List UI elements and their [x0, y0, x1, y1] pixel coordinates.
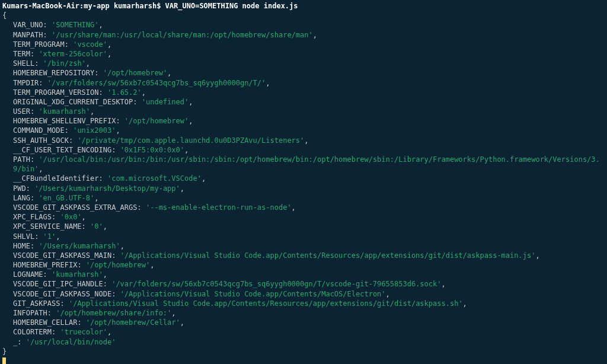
env-value: '/bin/zsh' — [43, 59, 86, 68]
env-entry: VAR_UNO: 'SOMETHING', — [2, 20, 605, 30]
env-entry: PATH: '/usr/local/bin:/usr/bin:/bin:/usr… — [2, 155, 605, 174]
env-value: '/Users/kumarharsh' — [39, 242, 120, 250]
env-key: __CF_USER_TEXT_ENCODING — [13, 146, 111, 154]
env-value: 'undefined' — [142, 98, 189, 106]
env-key: TERM_PROGRAM — [13, 40, 65, 49]
env-key: COMMAND_MODE — [13, 126, 65, 135]
env-entry: MANPATH: '/usr/share/man:/usr/local/shar… — [2, 30, 605, 40]
env-value: '/opt/homebrew' — [103, 69, 167, 77]
env-key: VSCODE_GIT_IPC_HANDLE — [13, 280, 103, 288]
env-value: '/var/folders/sw/56xb7c0543qcg7bs_sq6yyg… — [47, 79, 266, 87]
prompt-user: kumarharsh — [114, 2, 156, 10]
env-key: HOMEBREW_CELLAR — [13, 318, 77, 327]
env-key: VSCODE_GIT_ASKPASS_EXTRA_ARGS — [13, 203, 138, 212]
prompt-folder: my-app — [84, 2, 109, 10]
env-value: '/opt/homebrew' — [124, 117, 189, 125]
env-value: 'truecolor' — [60, 328, 107, 336]
env-key: SSH_AUTH_SOCK — [13, 136, 69, 145]
env-key: HOMEBREW_PREFIX — [13, 261, 77, 269]
env-entry: LANG: 'en_GB.UTF-8', — [2, 193, 605, 203]
env-value: '0x0' — [60, 213, 81, 221]
env-key: TMPDIR — [13, 79, 39, 87]
env-key: TERM — [13, 50, 30, 58]
env-value: 'xterm-256color' — [39, 50, 107, 58]
env-entry: VSCODE_GIT_ASKPASS_NODE: '/Applications/… — [2, 289, 605, 299]
env-value: '/private/tmp/com.apple.launchd.0u0D3PZA… — [77, 136, 304, 145]
prompt-host: Kumars-MacBook-Air — [2, 2, 79, 10]
env-value: 'SOMETHING' — [52, 21, 98, 29]
env-key: XPC_SERVICE_NAME — [13, 222, 82, 231]
env-key: COLORTERM — [13, 328, 52, 336]
env-value: '/usr/local/bin/node' — [26, 338, 116, 346]
env-key: HOMEBREW_REPOSITORY — [13, 69, 94, 77]
open-brace: { — [2, 11, 605, 20]
env-key: SHLVL — [13, 232, 34, 241]
env-value: '/var/folders/sw/56xb7c0543qcg7bs_sq6yyg… — [111, 280, 441, 288]
prompt-line: Kumars-MacBook-Air:my-app kumarharsh$ VA… — [2, 1, 605, 11]
env-entry: _: '/usr/local/bin/node' — [2, 337, 605, 347]
env-entry: VSCODE_GIT_IPC_HANDLE: '/var/folders/sw/… — [2, 279, 605, 289]
env-entry: __CFBundleIdentifier: 'com.microsoft.VSC… — [2, 174, 605, 183]
env-value: '/Users/kumarharsh/Desktop/my-app' — [34, 184, 180, 193]
terminal-output[interactable]: Kumars-MacBook-Air:my-app kumarharsh$ VA… — [2, 1, 605, 364]
env-key: PATH — [13, 155, 30, 164]
env-value: '/Applications/Visual Studio Code.app/Co… — [120, 290, 386, 298]
env-entries: VAR_UNO: 'SOMETHING',MANPATH: '/usr/shar… — [2, 20, 605, 346]
env-entry: TERM_PROGRAM: 'vscode', — [2, 40, 605, 49]
env-key: HOMEBREW_SHELLENV_PREFIX — [13, 117, 116, 125]
env-value: '/usr/local/bin:/usr/bin:/bin:/usr/sbin:… — [13, 155, 600, 173]
env-entry: SHLVL: '1', — [2, 232, 605, 241]
env-value: '--ms-enable-electron-run-as-node' — [146, 203, 292, 212]
env-value: '/Applications/Visual Studio Code.app/Co… — [69, 299, 463, 308]
env-entry: HOMEBREW_PREFIX: '/opt/homebrew', — [2, 260, 605, 270]
env-value: 'kumarharsh' — [52, 270, 103, 279]
env-entry: TERM_PROGRAM_VERSION: '1.65.2', — [2, 88, 605, 97]
env-value: '/usr/share/man:/usr/local/share/man:/op… — [52, 31, 313, 39]
env-key: LOGNAME — [13, 270, 43, 279]
env-entry: PWD: '/Users/kumarharsh/Desktop/my-app', — [2, 184, 605, 193]
env-key: MANPATH — [13, 31, 43, 39]
env-entry: XPC_FLAGS: '0x0', — [2, 212, 605, 222]
env-key: USER — [13, 107, 30, 116]
env-key: PWD — [13, 184, 26, 193]
env-entry: LOGNAME: 'kumarharsh', — [2, 270, 605, 279]
env-key: XPC_FLAGS — [13, 213, 52, 221]
env-entry: SHELL: '/bin/zsh', — [2, 59, 605, 68]
env-key: VSCODE_GIT_ASKPASS_NODE — [13, 290, 111, 298]
env-key: VAR_UNO — [13, 21, 43, 29]
env-key: VSCODE_GIT_ASKPASS_MAIN — [13, 251, 111, 260]
env-value: '/opt/homebrew' — [86, 261, 150, 269]
env-entry: TERM: 'xterm-256color', — [2, 49, 605, 59]
env-entry: COMMAND_MODE: 'unix2003', — [2, 126, 605, 135]
env-entry: COLORTERM: 'truecolor', — [2, 327, 605, 337]
env-entry: __CF_USER_TEXT_ENCODING: '0x1F5:0x0:0x0'… — [2, 145, 605, 155]
env-entry: HOMEBREW_CELLAR: '/opt/homebrew/Cellar', — [2, 318, 605, 327]
env-entry: INFOPATH: '/opt/homebrew/share/info:', — [2, 308, 605, 318]
env-value: 'kumarharsh' — [39, 107, 90, 116]
env-value: 'com.microsoft.VSCode' — [107, 174, 202, 183]
env-value: '/Applications/Visual Studio Code.app/Co… — [120, 251, 536, 260]
env-entry: TMPDIR: '/var/folders/sw/56xb7c0543qcg7b… — [2, 78, 605, 88]
env-key: INFOPATH — [13, 309, 47, 317]
env-key: ORIGINAL_XDG_CURRENT_DESKTOP — [13, 98, 133, 106]
env-key: GIT_ASKPASS — [13, 299, 60, 308]
env-value: '/opt/homebrew/Cellar' — [86, 318, 180, 327]
env-value: '1' — [43, 232, 56, 241]
env-key: SHELL — [13, 59, 34, 68]
cursor-line — [2, 356, 605, 364]
env-entry: SSH_AUTH_SOCK: '/private/tmp/com.apple.l… — [2, 136, 605, 145]
cursor-icon — [2, 357, 6, 364]
env-key: TERM_PROGRAM_VERSION — [13, 88, 99, 97]
env-value: '0' — [90, 222, 103, 231]
env-entry: USER: 'kumarharsh', — [2, 107, 605, 116]
close-brace: } — [2, 347, 605, 356]
env-entry: GIT_ASKPASS: '/Applications/Visual Studi… — [2, 299, 605, 308]
env-value: '0x1F5:0x0:0x0' — [120, 146, 184, 154]
env-value: '1.65.2' — [107, 88, 142, 97]
env-key: __CFBundleIdentifier — [13, 174, 99, 183]
env-entry: HOME: '/Users/kumarharsh', — [2, 241, 605, 251]
command-text: VAR_UNO=SOMETHING node index.js — [165, 2, 298, 10]
env-entry: VSCODE_GIT_ASKPASS_MAIN: '/Applications/… — [2, 251, 605, 260]
env-entry: VSCODE_GIT_ASKPASS_EXTRA_ARGS: '--ms-ena… — [2, 203, 605, 212]
env-entry: HOMEBREW_REPOSITORY: '/opt/homebrew', — [2, 68, 605, 78]
